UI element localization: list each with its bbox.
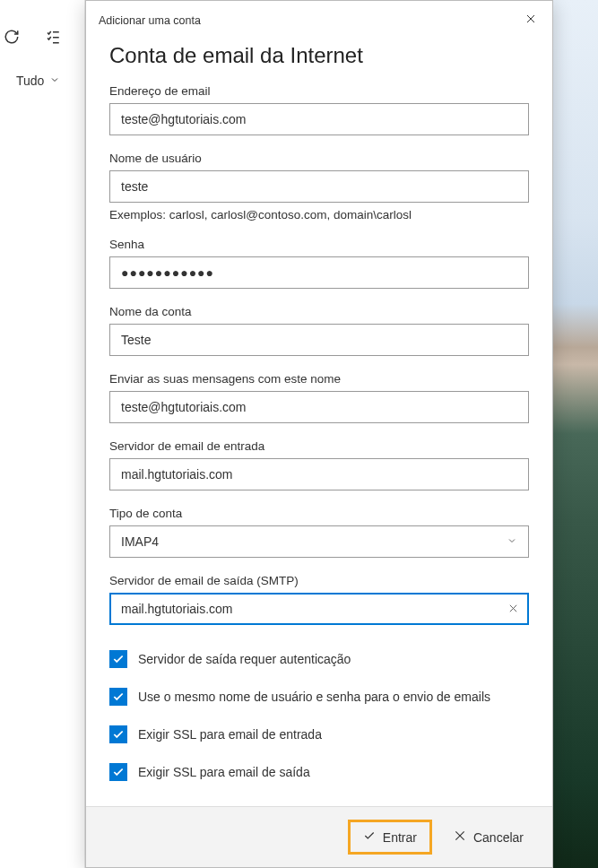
mail-toolbar: Tudo xyxy=(0,0,85,868)
email-label: Endereço de email xyxy=(109,84,529,98)
check-icon xyxy=(363,829,376,845)
close-button[interactable] xyxy=(522,10,540,30)
chevron-down-icon xyxy=(507,534,517,549)
checkbox-ssl-incoming[interactable]: Exigir SSL para email de entrada xyxy=(109,725,529,743)
filter-label: Tudo xyxy=(16,74,44,88)
username-input[interactable] xyxy=(109,170,529,203)
dialog-titlebar: Adicionar uma conta xyxy=(86,1,552,36)
send-name-label: Enviar as suas mensagens com este nome xyxy=(109,372,529,386)
add-account-dialog: Adicionar uma conta Conta de email da In… xyxy=(85,0,553,868)
enter-button[interactable]: Entrar xyxy=(348,820,432,855)
account-name-label: Nome da conta xyxy=(109,305,529,318)
clear-button[interactable] xyxy=(505,597,522,621)
close-icon xyxy=(525,14,536,27)
account-type-label: Tipo de conta xyxy=(109,507,529,520)
account-type-select[interactable]: IMAP4 xyxy=(109,525,529,558)
account-name-input[interactable] xyxy=(109,324,529,356)
desktop-wallpaper xyxy=(553,0,598,868)
username-label: Nome de usuário xyxy=(109,152,529,165)
close-icon xyxy=(454,829,466,845)
cancel-button[interactable]: Cancelar xyxy=(441,820,536,855)
refresh-icon[interactable] xyxy=(4,29,20,48)
password-input[interactable]: ●●●●●●●●●●● xyxy=(109,256,529,289)
checkbox-checked-icon xyxy=(109,763,127,781)
checkbox-same-credentials[interactable]: Use o mesmo nome de usuário e senha para… xyxy=(109,688,529,706)
dialog-footer: Entrar Cancelar xyxy=(86,806,552,867)
checkbox-ssl-outgoing[interactable]: Exigir SSL para email de saída xyxy=(109,763,529,781)
chevron-down-icon xyxy=(49,74,60,88)
dialog-heading: Conta de email da Internet xyxy=(109,43,529,68)
checkbox-checked-icon xyxy=(109,650,127,668)
checkbox-checked-icon xyxy=(109,688,127,706)
filter-dropdown[interactable]: Tudo xyxy=(0,48,84,88)
dialog-body: Conta de email da Internet Endereço de e… xyxy=(86,36,552,806)
dialog-title: Adicionar uma conta xyxy=(99,14,201,27)
incoming-server-input[interactable] xyxy=(109,458,529,490)
outgoing-server-input[interactable] xyxy=(109,593,529,625)
email-input[interactable] xyxy=(109,103,529,135)
close-icon xyxy=(508,601,518,616)
outgoing-server-label: Servidor de email de saída (SMTP) xyxy=(109,574,529,587)
username-hint: Exemplos: carlosl, carlosl@contoso.com, … xyxy=(109,208,529,221)
incoming-server-label: Servidor de email de entrada xyxy=(109,439,529,453)
checkbox-outgoing-auth[interactable]: Servidor de saída requer autenticação xyxy=(109,650,529,668)
send-name-input[interactable] xyxy=(109,391,529,423)
checkbox-checked-icon xyxy=(109,725,127,743)
password-label: Senha xyxy=(109,238,529,251)
todo-icon[interactable] xyxy=(45,29,61,48)
